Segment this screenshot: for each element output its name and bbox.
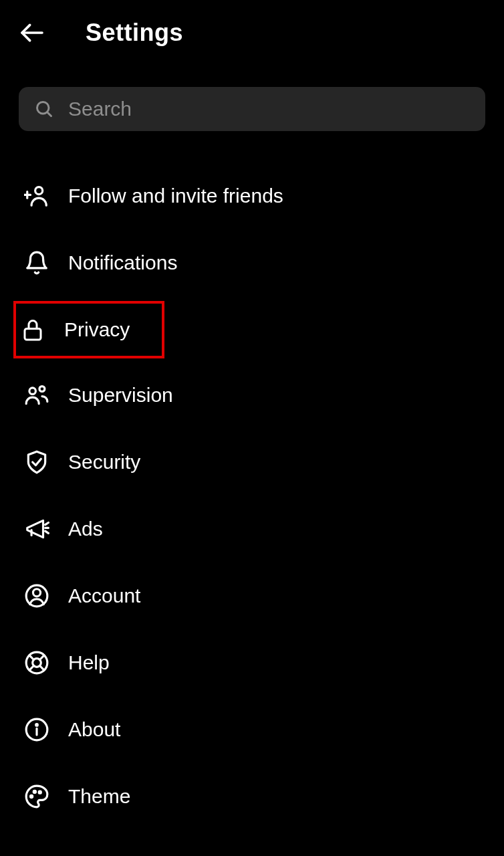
menu-item-supervision[interactable]: Supervision <box>19 368 485 423</box>
menu-item-privacy[interactable]: Privacy <box>13 301 164 358</box>
search-icon <box>35 100 53 118</box>
menu-label: Help <box>68 651 110 674</box>
svg-point-24 <box>33 790 35 792</box>
menu-item-follow-invite[interactable]: Follow and invite friends <box>19 169 485 223</box>
svg-point-23 <box>31 795 33 797</box>
search-input[interactable]: Search <box>19 87 485 131</box>
arrow-left-icon <box>19 19 45 46</box>
back-button[interactable] <box>19 19 45 46</box>
menu-label: Ads <box>68 518 103 540</box>
settings-menu: Follow and invite friends Notifications … <box>0 144 504 824</box>
svg-point-8 <box>39 387 45 392</box>
svg-point-25 <box>39 791 41 793</box>
people-icon <box>24 383 49 408</box>
svg-line-11 <box>45 531 49 533</box>
palette-icon <box>24 784 49 809</box>
menu-label: About <box>68 718 120 741</box>
footer: Meta Accounts Centre <box>0 836 504 856</box>
page-title: Settings <box>86 19 183 47</box>
menu-item-security[interactable]: Security <box>19 435 485 490</box>
account-icon <box>24 583 49 609</box>
svg-point-3 <box>35 187 43 195</box>
bell-icon <box>24 250 49 276</box>
shield-icon <box>24 449 49 475</box>
menu-label: Follow and invite friends <box>68 185 283 207</box>
svg-rect-6 <box>25 329 41 340</box>
header: Settings <box>0 0 504 66</box>
megaphone-icon <box>24 516 49 542</box>
menu-label: Privacy <box>64 318 130 341</box>
svg-line-18 <box>29 666 33 670</box>
menu-label: Theme <box>68 785 130 808</box>
menu-item-account[interactable]: Account <box>19 568 485 623</box>
search-placeholder: Search <box>68 98 132 120</box>
svg-line-19 <box>40 666 44 670</box>
menu-item-notifications[interactable]: Notifications <box>19 235 485 290</box>
menu-label: Security <box>68 451 140 473</box>
menu-item-ads[interactable]: Ads <box>19 502 485 556</box>
search-container: Search <box>19 87 485 131</box>
svg-point-22 <box>36 724 38 726</box>
menu-item-about[interactable]: About <box>19 702 485 757</box>
help-icon <box>24 650 49 675</box>
menu-label: Supervision <box>68 384 173 407</box>
svg-point-13 <box>33 589 40 597</box>
svg-line-9 <box>45 523 49 525</box>
menu-item-help[interactable]: Help <box>19 635 485 690</box>
svg-line-17 <box>40 655 44 659</box>
meta-brand-text: Meta <box>47 852 88 856</box>
info-icon <box>24 717 49 742</box>
meta-brand: Meta <box>19 852 485 856</box>
svg-line-2 <box>47 112 51 116</box>
svg-point-7 <box>29 388 35 395</box>
menu-label: Notifications <box>68 251 177 274</box>
person-add-icon <box>24 183 49 209</box>
menu-label: Account <box>68 584 140 607</box>
svg-line-16 <box>29 655 33 659</box>
lock-icon <box>20 317 45 342</box>
menu-item-theme[interactable]: Theme <box>19 769 485 824</box>
